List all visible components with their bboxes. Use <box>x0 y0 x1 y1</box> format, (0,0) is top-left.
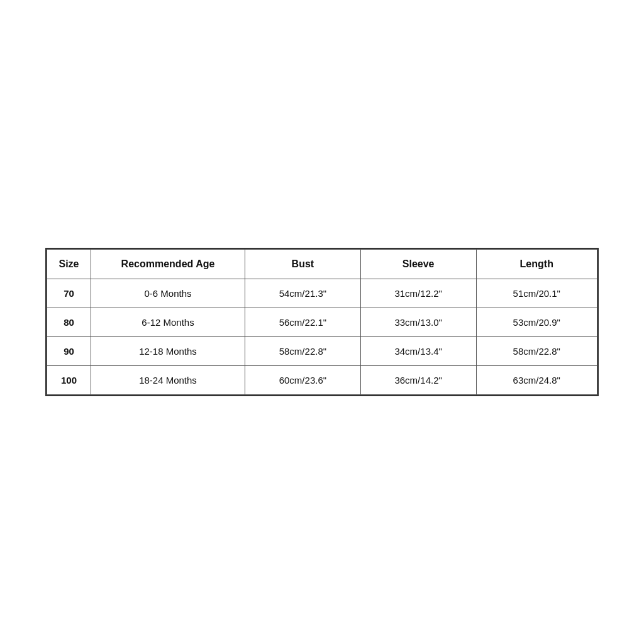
table-row: 700-6 Months54cm/21.3"31cm/12.2"51cm/20.… <box>47 279 597 308</box>
header-length: Length <box>476 250 597 279</box>
size-chart-container: Size Recommended Age Bust Sleeve Length … <box>45 248 599 396</box>
table-row: 10018-24 Months60cm/23.6"36cm/14.2"63cm/… <box>47 366 597 395</box>
cell-size: 100 <box>47 366 91 395</box>
cell-size: 90 <box>47 337 91 366</box>
size-chart-table: Size Recommended Age Bust Sleeve Length … <box>47 249 597 395</box>
cell-bust: 60cm/23.6" <box>245 366 361 395</box>
cell-age: 12-18 Months <box>91 337 245 366</box>
header-size: Size <box>47 250 91 279</box>
cell-bust: 56cm/22.1" <box>245 308 361 337</box>
cell-sleeve: 34cm/13.4" <box>360 337 476 366</box>
header-recommended-age: Recommended Age <box>91 250 245 279</box>
cell-bust: 54cm/21.3" <box>245 279 361 308</box>
table-row: 806-12 Months56cm/22.1"33cm/13.0"53cm/20… <box>47 308 597 337</box>
cell-age: 18-24 Months <box>91 366 245 395</box>
table-header-row: Size Recommended Age Bust Sleeve Length <box>47 250 597 279</box>
cell-length: 58cm/22.8" <box>476 337 597 366</box>
cell-age: 0-6 Months <box>91 279 245 308</box>
cell-length: 51cm/20.1" <box>476 279 597 308</box>
header-bust: Bust <box>245 250 361 279</box>
cell-size: 80 <box>47 308 91 337</box>
cell-age: 6-12 Months <box>91 308 245 337</box>
cell-sleeve: 33cm/13.0" <box>360 308 476 337</box>
cell-bust: 58cm/22.8" <box>245 337 361 366</box>
table-row: 9012-18 Months58cm/22.8"34cm/13.4"58cm/2… <box>47 337 597 366</box>
cell-sleeve: 36cm/14.2" <box>360 366 476 395</box>
cell-size: 70 <box>47 279 91 308</box>
cell-length: 53cm/20.9" <box>476 308 597 337</box>
header-sleeve: Sleeve <box>360 250 476 279</box>
cell-length: 63cm/24.8" <box>476 366 597 395</box>
cell-sleeve: 31cm/12.2" <box>360 279 476 308</box>
